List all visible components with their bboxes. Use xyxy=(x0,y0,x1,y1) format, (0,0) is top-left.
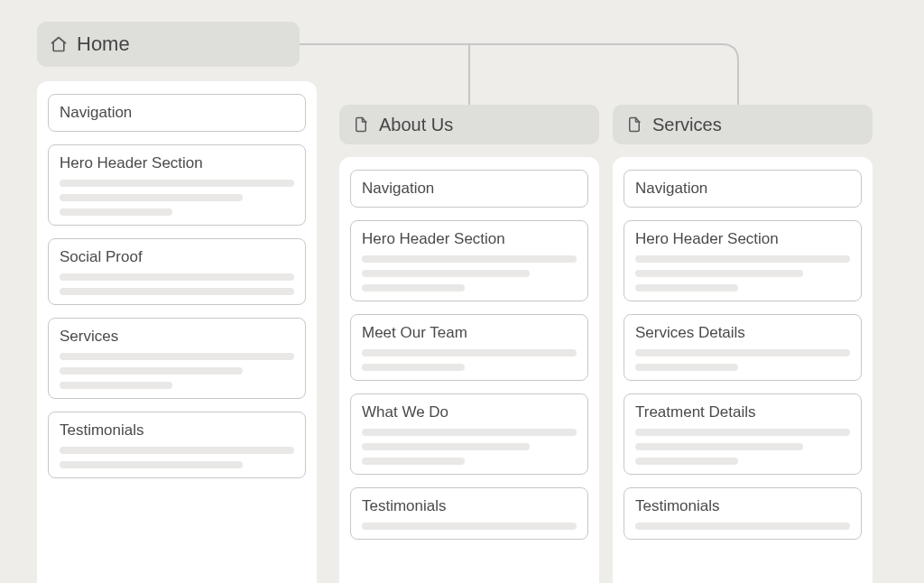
placeholder-lines xyxy=(635,349,850,371)
section-card[interactable]: Testimonials xyxy=(624,487,862,540)
section-label: Hero Header Section xyxy=(362,230,577,248)
sitemap-canvas: Home Navigation Hero Header Section Soci… xyxy=(0,0,924,583)
placeholder-lines xyxy=(60,447,294,468)
page-node-about[interactable]: About Us xyxy=(339,105,599,144)
section-label: What We Do xyxy=(362,403,577,421)
section-card[interactable]: Navigation xyxy=(624,170,862,208)
sections-panel-home: Navigation Hero Header Section Social Pr… xyxy=(37,81,317,583)
placeholder-lines xyxy=(362,429,577,465)
section-card[interactable]: Testimonials xyxy=(350,487,588,540)
page-node-services[interactable]: Services xyxy=(613,105,873,144)
placeholder-lines xyxy=(60,273,294,295)
section-label: Testimonials xyxy=(362,497,577,515)
placeholder-lines xyxy=(635,523,850,530)
section-label: Services Details xyxy=(635,324,850,342)
placeholder-lines xyxy=(362,523,577,530)
placeholder-lines xyxy=(635,429,850,465)
placeholder-lines xyxy=(362,349,577,371)
section-card[interactable]: Navigation xyxy=(350,170,588,208)
page-node-title: Home xyxy=(77,32,130,56)
section-label: Hero Header Section xyxy=(635,230,850,248)
section-card[interactable]: Services Details xyxy=(624,314,862,381)
placeholder-lines xyxy=(60,353,294,389)
section-card[interactable]: Hero Header Section xyxy=(48,144,306,226)
page-node-title: About Us xyxy=(379,115,453,135)
section-label: Hero Header Section xyxy=(60,154,294,172)
section-card[interactable]: Hero Header Section xyxy=(350,220,588,301)
section-label: Testimonials xyxy=(60,421,294,440)
section-label: Treatment Details xyxy=(635,403,850,421)
section-label: Navigation xyxy=(362,180,577,198)
section-label: Social Proof xyxy=(60,248,294,266)
section-label: Services xyxy=(60,328,294,346)
home-icon xyxy=(50,35,68,53)
section-card[interactable]: Services xyxy=(48,318,306,399)
section-card[interactable]: Treatment Details xyxy=(624,393,862,475)
placeholder-lines xyxy=(635,255,850,292)
section-label: Navigation xyxy=(635,180,850,198)
section-card[interactable]: Hero Header Section xyxy=(624,220,862,301)
placeholder-lines xyxy=(362,255,577,292)
page-icon xyxy=(352,116,370,134)
page-node-home[interactable]: Home xyxy=(37,22,300,67)
sections-panel-about: Navigation Hero Header Section Meet Our … xyxy=(339,157,599,583)
section-card[interactable]: What We Do xyxy=(350,393,588,475)
section-card[interactable]: Navigation xyxy=(48,94,306,132)
page-node-title: Services xyxy=(652,115,722,135)
page-icon xyxy=(625,116,643,134)
section-card[interactable]: Testimonials xyxy=(48,412,306,478)
section-label: Testimonials xyxy=(635,497,850,515)
section-card[interactable]: Meet Our Team xyxy=(350,314,588,381)
section-label: Navigation xyxy=(60,104,294,122)
placeholder-lines xyxy=(60,180,294,216)
section-label: Meet Our Team xyxy=(362,324,577,342)
sections-panel-services: Navigation Hero Header Section Services … xyxy=(613,157,873,583)
section-card[interactable]: Social Proof xyxy=(48,238,306,305)
